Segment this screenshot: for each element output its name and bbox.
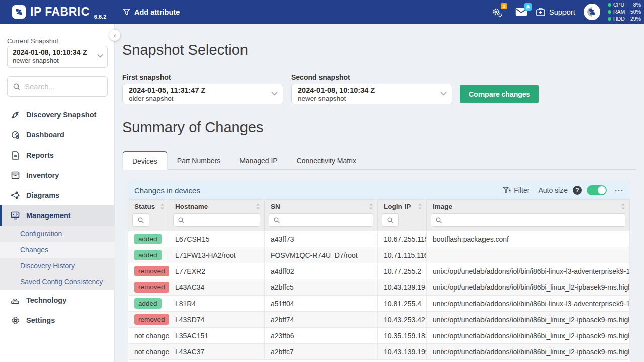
cell-image [427,247,630,263]
sort-icon[interactable] [160,203,165,210]
first-snapshot-select[interactable]: 2024-01-05, 11:31:47 Z older snapshot [122,84,283,104]
cell-sn: FOSVM1QC-R74U_D7/root [265,247,378,263]
search-icon [435,216,442,224]
sidebar-item-inventory[interactable]: Inventory [0,165,115,185]
stat-cpu: CPU8% [608,2,641,8]
sidebar-subitem-discovery-history[interactable]: Discovery History [0,258,115,274]
chevron-down-icon [271,91,278,96]
cell-hostname: L81R4 [169,296,265,312]
help-icon[interactable]: ? [573,186,582,195]
search-input[interactable] [25,82,100,91]
sidebar-item-technology[interactable]: Technology [0,290,115,310]
tab-part-numbers[interactable]: Part Numbers [168,151,230,170]
sort-icon[interactable] [621,203,625,210]
table-row[interactable]: not changedL35AC151a23ffb610.35.159.182u… [128,328,630,344]
more-options-button[interactable]: ··· [615,186,624,195]
sidebar-subitem-saved-config-consistency[interactable]: Saved Config Consistency [0,274,115,290]
search-icon [387,216,394,224]
sidebar-item-discovery-snapshot[interactable]: Discovery Snapshot [0,105,115,125]
first-snapshot-label: First snapshot [122,73,171,81]
cell-sn: a2bffc7 [265,344,378,360]
sidebar-item-dashboard[interactable]: Dashboard [0,125,115,145]
sort-icon[interactable] [256,203,260,210]
column-search-input[interactable] [445,216,621,224]
cell-login-ip: 10.77.255.2 [378,263,427,279]
page-title: Snapshot Selection [122,42,248,58]
current-snapshot-label: Current Snapshot [7,37,58,45]
second-snapshot-select[interactable]: 2024-01-08, 10:10:34 Z newer snapshot [291,84,452,104]
status-badge: removed [134,266,169,276]
tab-devices[interactable]: Devices [122,151,168,170]
sidebar-subitem-configuration[interactable]: Configuration [0,226,115,242]
sidebar-item-settings[interactable]: Settings [0,310,115,330]
sidebar-item-reports[interactable]: Reports [0,145,115,165]
column-search-input[interactable] [188,216,256,224]
cell-image: unix:/opt/unetlab/addons/iol/bin/i86bi_l… [427,328,630,344]
compare-changes-button[interactable]: Compare changes [460,85,539,103]
sort-icon[interactable] [418,203,422,210]
cell-login-ip: 10.67.255.115 [378,231,427,247]
autosize-toggle[interactable] [587,185,607,195]
cell-login-ip: 10.43.253.42 [378,312,427,328]
sort-icon[interactable] [369,203,373,210]
current-snapshot-select[interactable]: 2024-01-08, 10:10:34 Z newer snapshot [7,46,108,68]
app-title: IP FABRIC [30,5,90,19]
sidebar-search[interactable] [7,76,108,97]
table-header-band: Changes in devices Filter Auto size ? ··… [128,181,630,200]
cell-image: unix:/opt/unetlab/addons/iol/bin/i86bi_l… [427,344,630,360]
sidebar-item-diagrams[interactable]: Diagrams [0,185,115,205]
top-bar: IP FABRIC 6.6.2 Add attribute 2 [0,0,644,24]
status-badge: added [134,250,162,260]
sidebar-subitem-changes[interactable]: Changes [0,242,115,258]
table-body: addedL67CSR15a43ff7310.67.255.115bootfla… [128,231,630,360]
cell-image: unix:/opt/unetlab/addons/iol/bin/i86bi_l… [427,279,630,296]
changes-table-card: Changes in devices Filter Auto size ? ··… [128,181,630,362]
column-search-status [128,211,169,231]
user-avatar[interactable] [584,0,600,24]
status-text: not changed [134,348,169,356]
column-header-status[interactable]: Status [128,200,169,211]
column-header-sn[interactable]: SN [265,200,378,211]
stat-ram: RAM50% [608,9,641,15]
app-logo[interactable]: IP FABRIC 6.6.2 [12,0,106,24]
table-row[interactable]: removedL77EXR2a4dff0210.77.255.2unix:/op… [128,263,630,279]
rocket-icon [11,111,20,119]
column-header-image[interactable]: Image [427,200,630,211]
reports-icon [11,151,20,160]
messages-button[interactable] [515,0,527,24]
system-stats: CPU8%RAM50%HDD29% [608,2,641,22]
support-button[interactable]: Support [536,0,575,24]
column-header-hostname[interactable]: Hostname [169,200,265,211]
tab-managed-ip[interactable]: Managed IP [230,151,287,170]
column-search-button[interactable] [132,213,149,227]
table-row[interactable]: addedL67CSR15a43ff7310.67.255.115bootfla… [128,231,630,247]
filter-button[interactable]: Filter [503,186,529,194]
cell-status: added [128,247,169,263]
add-attribute-button[interactable]: Add attribute [123,0,180,24]
column-header-login-ip[interactable]: Login IP [378,200,427,211]
table-row[interactable]: addedL71FW13-HA2/rootFOSVM1QC-R74U_D7/ro… [128,247,630,263]
table-row[interactable]: removedL43AC34a2bffc510.43.139.197unix:/… [128,279,630,296]
cell-image: unix:/opt/unetlab/addons/iol/bin/i86bi_l… [427,312,630,328]
table-row[interactable]: not changedL43AC37a2bffc710.43.139.199un… [128,344,630,360]
autosize-label: Auto size [538,186,568,194]
diagrams-icon [11,191,20,199]
cell-login-ip: 10.81.255.4 [378,296,427,312]
sidebar-collapse-button[interactable]: ‹ [109,30,120,41]
app-version: 6.6.2 [94,14,106,20]
column-search-input[interactable] [283,216,369,224]
ip-fabric-logo-icon [12,5,26,19]
chevron-down-icon [97,54,103,58]
sidebar-item-management[interactable]: Management [0,205,115,226]
table-row[interactable]: addedL81R4a51ff0410.81.255.4unix:/opt/un… [128,296,630,312]
dashboard-icon [11,131,20,139]
search-icon [137,216,144,224]
column-search-image [427,211,630,231]
search-icon [273,216,280,224]
settings-notifications-button[interactable]: 2 [491,0,503,24]
table-row[interactable]: removedL43SD74a2bff7410.43.253.42unix:/o… [128,312,630,328]
cell-login-ip: 10.43.139.197 [378,279,427,296]
column-search-button[interactable] [382,213,399,227]
status-badge: added [134,298,162,309]
tab-connectivity-matrix[interactable]: Connectivity Matrix [287,151,366,170]
